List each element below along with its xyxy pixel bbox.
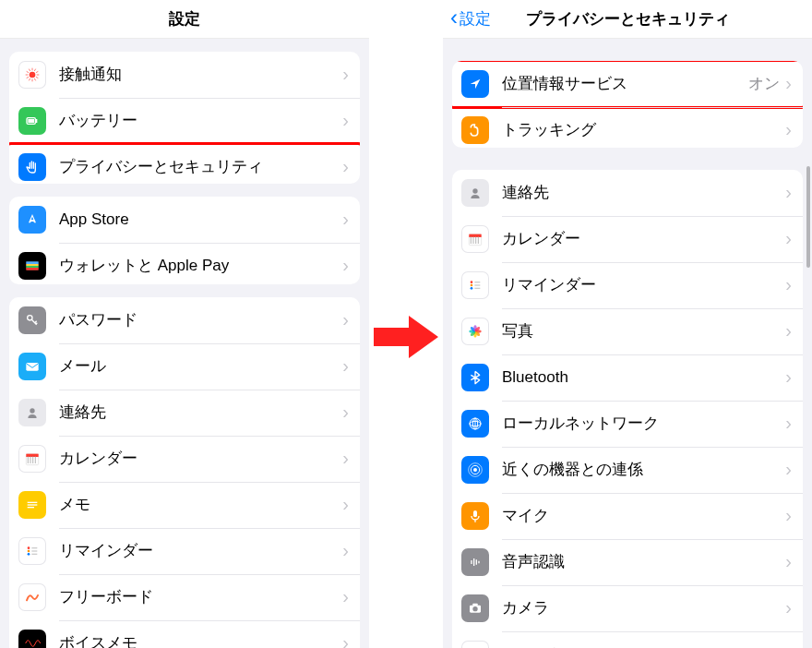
row-label: ヘルスケア: [502, 643, 785, 648]
chevron-right-icon: ›: [342, 494, 349, 515]
hand-icon: [18, 153, 46, 181]
svg-point-23: [30, 408, 34, 413]
voicememo-icon: [18, 630, 46, 648]
speech-icon: [461, 548, 489, 576]
privacy-row-nearby[interactable]: 近くの機器との連係 ›: [452, 447, 803, 493]
key-icon: [18, 306, 46, 334]
settings-row-reminders[interactable]: リマインダー ›: [9, 528, 360, 574]
row-label: App Store: [59, 210, 342, 229]
settings-row-voicememo[interactable]: ボイスメモ ›: [9, 620, 360, 648]
privacy-row-contacts[interactable]: 連絡先 ›: [452, 170, 803, 216]
nearby-icon: [461, 456, 489, 484]
row-label: リマインダー: [59, 540, 342, 561]
row-label: カレンダー: [59, 448, 342, 469]
chevron-right-icon: ›: [785, 643, 792, 648]
svg-line-6: [27, 77, 29, 78]
svg-point-21: [28, 315, 32, 319]
svg-line-5: [29, 78, 30, 80]
row-label: 連絡先: [502, 182, 785, 203]
mail-icon: [18, 353, 46, 380]
reminders-icon: [461, 271, 489, 299]
svg-line-8: [27, 71, 29, 72]
svg-point-61: [478, 238, 479, 239]
svg-point-46: [28, 549, 30, 552]
chevron-right-icon: ›: [785, 597, 792, 618]
chevron-right-icon: ›: [342, 586, 349, 607]
svg-rect-18: [26, 264, 38, 266]
privacy-row-location[interactable]: 位置情報サービス オン ›: [452, 61, 803, 107]
privacy-row-camera[interactable]: カメラ ›: [452, 585, 803, 631]
svg-point-26: [28, 456, 29, 457]
row-label: 近くの機器との連係: [502, 459, 785, 480]
settings-row-mail[interactable]: メール ›: [9, 343, 360, 390]
svg-point-29: [35, 456, 36, 457]
row-label: メール: [59, 355, 342, 377]
settings-group-1: 接触通知 › バッテリー › プライバシーとセキュリティ ›: [9, 52, 360, 184]
row-label: ボイスメモ: [59, 632, 342, 648]
svg-point-64: [475, 240, 476, 241]
settings-row-exposure[interactable]: 接触通知 ›: [9, 52, 360, 98]
svg-point-60: [475, 238, 476, 239]
reminders-icon: [18, 537, 46, 565]
settings-row-contacts[interactable]: 連絡先 ›: [9, 390, 360, 436]
privacy-row-network[interactable]: ローカルネットワーク ›: [452, 401, 803, 447]
svg-point-62: [471, 240, 472, 241]
svg-point-45: [28, 546, 30, 549]
privacy-row-health[interactable]: ヘルスケア ›: [452, 631, 803, 648]
privacy-row-tracking[interactable]: トラッキング ›: [452, 107, 803, 148]
svg-rect-19: [26, 266, 38, 268]
chevron-left-icon: ‹: [450, 6, 458, 29]
settings-row-key[interactable]: パスワード ›: [9, 297, 360, 343]
svg-point-55: [472, 236, 473, 237]
privacy-row-mic[interactable]: マイク ›: [452, 493, 803, 539]
row-label: トラッキング: [502, 119, 785, 140]
page-title: 設定: [169, 8, 200, 30]
location-icon: [461, 70, 489, 98]
svg-rect-15: [28, 119, 34, 123]
svg-point-97: [472, 606, 477, 611]
chevron-right-icon: ›: [342, 540, 349, 561]
settings-row-calendar[interactable]: カレンダー ›: [9, 436, 360, 482]
settings-row-wallet[interactable]: ウォレットと Apple Pay ›: [9, 243, 360, 284]
settings-group-2: App Store › ウォレットと Apple Pay ›: [9, 197, 360, 284]
svg-point-47: [28, 553, 30, 556]
settings-row-notes[interactable]: メモ ›: [9, 482, 360, 528]
svg-point-38: [28, 462, 29, 462]
svg-point-34: [28, 460, 29, 461]
svg-point-37: [35, 460, 36, 461]
svg-point-58: [471, 238, 472, 239]
svg-line-2: [36, 77, 38, 78]
mic-icon: [461, 502, 489, 530]
privacy-row-photos[interactable]: 写真 ›: [452, 308, 803, 354]
camera-icon: [461, 594, 489, 622]
settings-group-3: パスワード › メール › 連絡先 › カレンダー › メモ › リマインダー: [9, 297, 360, 648]
svg-rect-98: [472, 603, 477, 606]
row-label: Bluetooth: [502, 368, 785, 387]
chevron-right-icon: ›: [785, 505, 792, 526]
svg-point-54: [471, 236, 472, 237]
privacy-screen: ‹ 設定 プライバシーとセキュリティ 位置情報サービス オン › トラッキング …: [443, 0, 812, 648]
privacy-row-speech[interactable]: 音声認識 ›: [452, 539, 803, 585]
row-label: 音声認識: [502, 551, 785, 572]
svg-point-63: [472, 240, 473, 241]
calendar-icon: [18, 445, 46, 473]
privacy-row-bluetooth[interactable]: Bluetooth ›: [452, 354, 803, 401]
settings-row-battery[interactable]: バッテリー ›: [9, 98, 360, 144]
contacts-icon: [461, 179, 489, 207]
row-label: 写真: [502, 320, 785, 342]
row-label: パスワード: [59, 309, 342, 330]
settings-row-appstore[interactable]: App Store ›: [9, 197, 360, 243]
privacy-row-calendar[interactable]: カレンダー ›: [452, 216, 803, 262]
settings-row-hand[interactable]: プライバシーとセキュリティ ›: [9, 144, 360, 184]
row-label: ローカルネットワーク: [502, 413, 785, 434]
settings-row-freeform[interactable]: フリーボード ›: [9, 574, 360, 620]
privacy-row-reminders[interactable]: リマインダー ›: [452, 262, 803, 308]
row-label: メモ: [59, 494, 342, 515]
back-button[interactable]: ‹ 設定: [450, 0, 491, 38]
svg-rect-22: [26, 363, 38, 371]
chevron-right-icon: ›: [342, 255, 349, 276]
svg-point-69: [478, 242, 479, 243]
calendar-icon: [461, 225, 489, 253]
row-label: カメラ: [502, 597, 785, 618]
svg-rect-20: [26, 268, 38, 270]
